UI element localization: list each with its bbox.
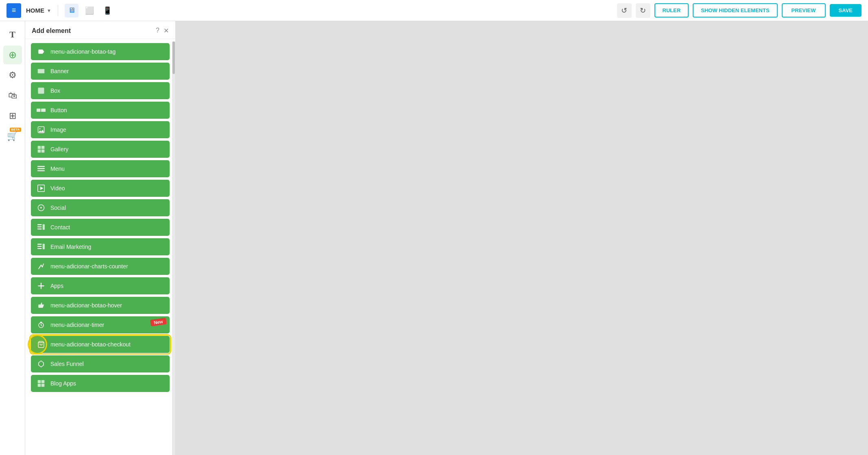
element-item-apps[interactable]: Apps	[31, 277, 170, 294]
preview-button[interactable]: PREVIEW	[782, 3, 826, 17]
topbar: ≡ HOME ▼ 🖥 ⬜ 📱 ↺ ↻ RULER SHOW HIDDEN ELE…	[0, 0, 868, 21]
menu-adicionar-botao-hover-icon	[37, 301, 46, 310]
button-icon	[37, 106, 46, 115]
svg-marker-14	[40, 187, 44, 190]
help-icon[interactable]: ?	[156, 27, 159, 35]
desktop-device-icon[interactable]: 🖥	[65, 4, 79, 17]
topbar-right: ↺ ↻ RULER SHOW HIDDEN ELEMENTS PREVIEW S…	[617, 3, 861, 18]
element-item-image[interactable]: Image	[31, 121, 170, 138]
element-item-box[interactable]: Box	[31, 82, 170, 99]
undo-button[interactable]: ↺	[617, 3, 632, 18]
new-badge: New	[150, 318, 166, 326]
element-item-gallery[interactable]: Gallery	[31, 141, 170, 158]
element-item-email-marketing[interactable]: Email Marketing	[31, 238, 170, 255]
left-sidebar: T ⊕ ⚙ 🛍 ⊞ BETA 🛒	[0, 21, 25, 455]
sidebar-store[interactable]: 🛍	[3, 86, 22, 105]
svg-rect-12	[37, 170, 45, 171]
sidebar-settings[interactable]: ⚙	[3, 66, 22, 85]
menu-adicionar-botao-tag-label: menu-adicionar-botao-tag	[50, 48, 164, 55]
canvas-area[interactable]	[176, 21, 868, 455]
scrollbar-track[interactable]	[172, 41, 175, 455]
menu-adicionar-timer-icon	[37, 320, 46, 329]
sidebar-beta-apps[interactable]: BETA 🛒	[3, 127, 22, 146]
svg-rect-22	[37, 246, 42, 247]
menu-adicionar-charts-counter-label: menu-adicionar-charts-counter	[50, 263, 164, 270]
main-layout: T ⊕ ⚙ 🛍 ⊞ BETA 🛒 Add element ? ✕ me	[0, 21, 868, 455]
svg-rect-2	[37, 109, 40, 112]
menu-label: Menu	[50, 165, 164, 172]
element-item-menu-adicionar-botao-checkout[interactable]: menu-adicionar-botao-checkout	[31, 336, 170, 353]
gallery-label: Gallery	[50, 146, 164, 152]
redo-button[interactable]: ↻	[636, 3, 650, 18]
social-icon: ✦	[37, 203, 46, 212]
show-hidden-button[interactable]: SHOW HIDDEN ELEMENTS	[693, 3, 777, 17]
svg-text:✦: ✦	[39, 206, 43, 210]
element-item-contact[interactable]: Contact	[31, 219, 170, 236]
panel-header-icons: ? ✕	[156, 27, 169, 35]
element-item-social[interactable]: ✦Social	[31, 199, 170, 216]
video-icon	[37, 184, 46, 193]
box-label: Box	[50, 87, 164, 94]
svg-rect-6	[38, 146, 41, 149]
blog-apps-label: Blog Apps	[50, 380, 164, 387]
apps-icon	[37, 281, 46, 290]
svg-rect-17	[37, 224, 42, 225]
svg-rect-1	[38, 88, 44, 94]
home-label: HOME	[26, 7, 44, 14]
button-label: Button	[50, 107, 164, 113]
sidebar-text-tool[interactable]: T	[3, 25, 22, 44]
element-item-menu-adicionar-botao-tag[interactable]: menu-adicionar-botao-tag	[31, 43, 170, 60]
svg-line-29	[41, 325, 42, 326]
close-icon[interactable]: ✕	[164, 27, 169, 35]
beta-badge: BETA	[10, 128, 21, 132]
sidebar-add-element[interactable]: ⊕	[3, 46, 22, 64]
element-item-sales-funnel[interactable]: Sales Funnel	[31, 355, 170, 372]
svg-rect-30	[40, 322, 42, 323]
ruler-button[interactable]: RULER	[654, 3, 689, 17]
svg-rect-11	[37, 168, 45, 169]
svg-rect-7	[41, 146, 45, 149]
element-item-button[interactable]: Button	[31, 102, 170, 119]
app-logo[interactable]: ≡	[7, 3, 21, 18]
menu-adicionar-botao-checkout-label: menu-adicionar-botao-checkout	[50, 341, 164, 348]
svg-rect-20	[43, 224, 45, 230]
element-item-menu[interactable]: Menu	[31, 160, 170, 177]
svg-rect-32	[38, 380, 41, 383]
element-item-blog-apps[interactable]: Blog Apps	[31, 375, 170, 392]
svg-rect-3	[41, 109, 46, 112]
mobile-device-icon[interactable]: 📱	[100, 4, 114, 17]
add-element-icon: ⊕	[9, 49, 17, 61]
home-button[interactable]: HOME ▼	[26, 7, 51, 14]
element-item-banner[interactable]: Banner	[31, 63, 170, 80]
contact-label: Contact	[50, 224, 164, 231]
email-marketing-label: Email Marketing	[50, 244, 164, 250]
banner-label: Banner	[50, 68, 164, 74]
scrollbar-thumb[interactable]	[172, 41, 175, 74]
sidebar-table[interactable]: ⊞	[3, 107, 22, 125]
panel-title: Add element	[32, 27, 71, 35]
svg-rect-10	[37, 166, 45, 167]
svg-rect-0	[38, 69, 45, 74]
tablet-device-icon[interactable]: ⬜	[83, 4, 96, 17]
element-item-menu-adicionar-botao-hover[interactable]: menu-adicionar-botao-hover	[31, 297, 170, 314]
apps-label: Apps	[50, 283, 164, 289]
svg-point-5	[39, 128, 41, 129]
svg-rect-18	[37, 226, 42, 227]
svg-rect-23	[37, 248, 42, 249]
table-icon: ⊞	[9, 111, 16, 121]
save-button[interactable]: SAVE	[830, 4, 861, 17]
svg-rect-8	[38, 150, 41, 153]
email-marketing-icon	[37, 242, 46, 251]
gallery-icon	[37, 145, 46, 154]
element-item-video[interactable]: Video	[31, 180, 170, 197]
svg-rect-9	[41, 150, 45, 153]
element-item-menu-adicionar-timer[interactable]: menu-adicionar-timerNew	[31, 316, 170, 333]
svg-rect-21	[37, 244, 42, 245]
blog-apps-icon	[37, 379, 46, 388]
banner-icon	[37, 67, 46, 76]
element-item-menu-adicionar-charts-counter[interactable]: menu-adicionar-charts-counter	[31, 258, 170, 275]
image-icon	[37, 125, 46, 134]
element-list: menu-adicionar-botao-tagBannerBoxButtonI…	[25, 39, 175, 455]
menu-icon	[37, 164, 46, 173]
add-element-panel: Add element ? ✕ menu-adicionar-botao-tag…	[25, 21, 176, 455]
